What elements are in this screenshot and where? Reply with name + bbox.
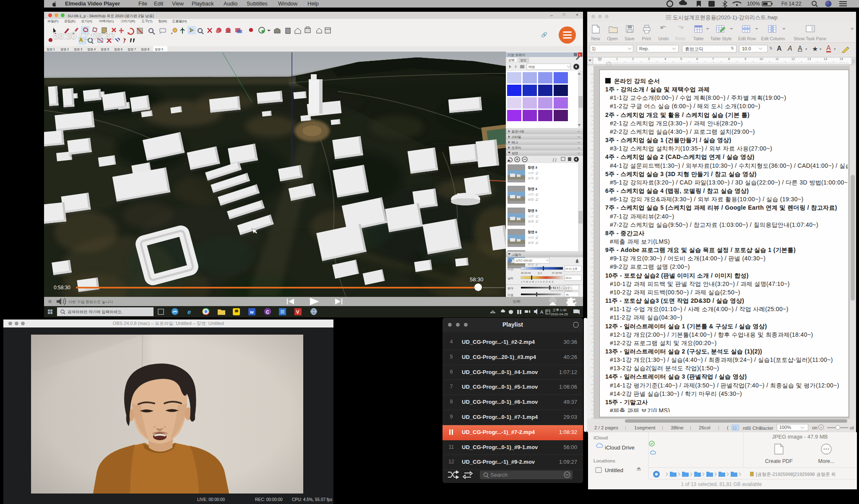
svg-text:검색하려면 여기에 입력하세요.: 검색하려면 여기에 입력하세요. xyxy=(68,309,122,314)
svg-text:100%: 100% xyxy=(747,1,760,7)
svg-text:iCloud: iCloud xyxy=(593,435,608,440)
svg-text:Print: Print xyxy=(642,36,651,41)
svg-text:Edit Row: Edit Row xyxy=(738,36,756,41)
svg-text:iCloud Drive: iCloud Drive xyxy=(605,444,635,451)
svg-text:Open: Open xyxy=(607,36,618,41)
svg-text:45: 45 xyxy=(566,294,569,296)
svg-text:오후 1:30: 오후 1:30 xyxy=(552,308,567,312)
svg-text:정오: 정오 xyxy=(538,272,543,275)
svg-text:08:28 AM: 08:28 AM xyxy=(521,272,531,274)
svg-text:04:31 오후: 04:31 오후 xyxy=(565,268,578,270)
svg-text:1: 1 xyxy=(616,57,618,61)
svg-text:사진: 값: 사진: 값 xyxy=(528,215,539,218)
svg-text:w: w xyxy=(250,309,254,314)
svg-text:4: 4 xyxy=(664,57,666,61)
svg-text:x: x xyxy=(579,53,580,57)
svg-text:장면 6: 장면 6 xyxy=(527,230,537,234)
svg-text:10: 10 xyxy=(760,57,763,61)
svg-text:Locations: Locations xyxy=(593,458,615,463)
svg-text:14: 14 xyxy=(824,57,827,61)
svg-text:설정: 값: 설정: 값 xyxy=(528,198,539,201)
svg-text:3: 3 xyxy=(648,57,650,61)
svg-text:날짜: 날짜 xyxy=(508,277,513,280)
svg-text:사진: 값: 사진: 값 xyxy=(528,171,539,174)
svg-text:선택: 선택 xyxy=(508,58,515,62)
svg-text:05/11: 05/11 xyxy=(565,277,572,279)
svg-text:Undo: Undo xyxy=(658,36,669,41)
svg-text:정보: 정보 xyxy=(520,58,526,62)
svg-text:07:18 PM: 07:18 PM xyxy=(552,272,562,274)
svg-text:장면 3: 장면 3 xyxy=(527,166,537,169)
svg-text:Table Style: Table Style xyxy=(710,36,732,41)
svg-text:1 of 13 selected, 81,81 GB ava: 1 of 13 selected, 81,81 GB available xyxy=(681,481,762,487)
svg-text:Edit Column: Edit Column xyxy=(761,36,785,41)
svg-text:Untitled: Untitled xyxy=(605,467,623,473)
svg-text:그림자: 그림자 xyxy=(512,253,521,257)
svg-text:태그: 태그 xyxy=(512,140,518,144)
svg-text:설정: 값: 설정: 값 xyxy=(528,177,539,179)
svg-text:밝게: 밝게 xyxy=(508,287,513,290)
svg-text:New: New xyxy=(591,36,600,41)
svg-text:e: e xyxy=(187,308,191,315)
svg-text:6: 6 xyxy=(696,57,698,61)
svg-text:JFMAMJJASOND: JFMAMJJASOND xyxy=(521,281,555,283)
svg-text:12: 12 xyxy=(791,57,795,61)
svg-text:A: A xyxy=(540,309,544,314)
svg-text:9: 9 xyxy=(744,57,746,61)
svg-text:이번 수업 첟방으로 늏니다: 이번 수업 첟방으로 늏니다 xyxy=(68,300,114,304)
svg-text:매장: 매장 xyxy=(528,65,535,69)
svg-text:5: 5 xyxy=(680,57,682,61)
svg-text:More...: More... xyxy=(818,458,835,464)
svg-text:컴포너트: 컴포너트 xyxy=(512,130,524,133)
svg-text:Search: Search xyxy=(490,472,508,478)
svg-text:어뎽: 어뎽 xyxy=(508,294,513,296)
svg-text:단위: 단위 xyxy=(513,299,521,304)
svg-text:도우미: 도우미 xyxy=(512,146,521,150)
svg-text:13: 13 xyxy=(807,57,811,61)
svg-text:설정: 값: 설정: 값 xyxy=(528,241,539,244)
svg-text:11: 11 xyxy=(776,57,779,61)
svg-text:Show Task Pane: Show Task Pane xyxy=(794,36,826,41)
svg-text:사진: 값: 사진: 값 xyxy=(528,236,539,239)
svg-text:시간: 시간 xyxy=(508,268,513,270)
svg-text:JPEG image - 47.9 MB: JPEG image - 47.9 MB xyxy=(772,434,828,440)
svg-text:기본 트레이: 기본 트레이 xyxy=(508,53,525,57)
svg-text:장면 4: 장면 4 xyxy=(527,187,537,191)
svg-text:UTC+09:00: UTC+09:00 xyxy=(516,259,532,262)
svg-text:2: 2 xyxy=(632,57,634,61)
svg-text:사진: 값: 사진: 값 xyxy=(528,193,539,196)
svg-text:장면: 장면 xyxy=(512,151,518,155)
svg-text:Redo: Redo xyxy=(675,36,685,41)
svg-text:장면 5: 장면 5 xyxy=(527,209,537,213)
svg-text:»: » xyxy=(851,25,854,31)
svg-text:Save: Save xyxy=(625,36,635,41)
svg-text:Table: Table xyxy=(693,36,703,41)
svg-text:15: 15 xyxy=(840,57,843,61)
svg-text:2020-04-25: 2020-04-25 xyxy=(551,312,568,316)
svg-text:Fri 14:22: Fri 14:22 xyxy=(781,1,802,7)
svg-text:7: 7 xyxy=(712,57,714,61)
svg-text:( ): ( ) xyxy=(553,158,557,162)
svg-text:[권형준-21925998]21925998 권형준 최: [권형준-21925998]21925998 권형준 최 xyxy=(756,472,836,477)
svg-text:설정: 값: 설정: 값 xyxy=(528,220,539,223)
svg-text:Create PDF: Create PDF xyxy=(765,458,793,464)
svg-text:스타일: 스타일 xyxy=(512,135,521,139)
svg-text:V: V xyxy=(296,309,299,314)
svg-text:C: C xyxy=(266,309,269,314)
svg-text:8: 8 xyxy=(728,57,730,61)
